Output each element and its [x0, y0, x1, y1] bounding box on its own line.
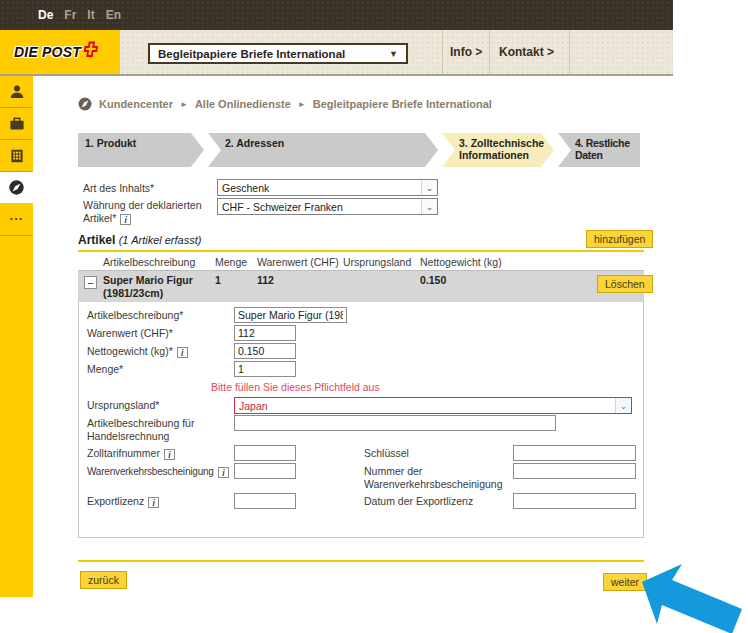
header-separator — [569, 30, 570, 74]
required-field-error: Bitte füllen Sie dieses Pflichtfeld aus — [211, 381, 380, 393]
col-nettogewicht: Nettogewicht (kg) — [420, 256, 502, 268]
breadcrumb-alle-onlinedienste[interactable]: Alle Onlinedienste — [195, 98, 291, 110]
breadcrumb: Kundencenter ► Alle Onlinedienste ► Begl… — [78, 96, 492, 112]
language-link-en[interactable]: En — [106, 8, 121, 22]
row-description: Super Mario Figur (1981/23cm) — [103, 274, 211, 300]
header-divider — [0, 74, 673, 76]
col-ursprungsland: Ursprungsland — [343, 256, 411, 268]
yellow-divider — [78, 250, 644, 252]
content-type-value: Geschenk — [218, 182, 421, 194]
ursprungsland-select[interactable]: Japan ⌄ — [234, 397, 632, 414]
warenverkehr-input[interactable] — [234, 463, 296, 479]
col-menge: Menge — [215, 256, 247, 268]
yellow-divider — [78, 560, 644, 562]
language-link-fr[interactable]: Fr — [64, 8, 76, 22]
ursprungsland-label: Ursprungsland* — [87, 399, 159, 412]
breadcrumb-current-page: Begleitpapiere Briefe International — [313, 98, 492, 110]
nettogewicht-label: Nettogewicht (kg)*i — [87, 345, 188, 358]
breadcrumb-separator-icon: ► — [298, 100, 306, 109]
chevron-down-icon: ⌄ — [615, 398, 631, 413]
delete-article-button[interactable]: Löschen — [597, 275, 653, 293]
info-icon[interactable]: i — [120, 214, 131, 225]
exportlizenz-datum-label: Datum der Exportlizenz — [364, 495, 512, 508]
header-separator — [442, 30, 443, 74]
kontakt-link[interactable]: Kontakt > — [499, 30, 554, 74]
warenwert-input[interactable] — [234, 325, 296, 341]
header-band: DIE POST Begleitpapiere Briefe Internati… — [0, 30, 673, 74]
warenverkehr-nummer-label: Nummer der Warenverkehrsbescheinigung — [364, 465, 512, 491]
handelsrechnung-input[interactable] — [234, 415, 556, 431]
articles-table-header: Artikelbeschreibung Menge Warenwert (CHF… — [78, 253, 644, 271]
row-warenwert: 112 — [257, 274, 274, 287]
sidebar-item-onlinedienste-active[interactable] — [0, 172, 33, 204]
article-summary-row: − Super Mario Figur (1981/23cm) 1 112 0.… — [78, 271, 644, 302]
articles-title: Artikel — [78, 233, 115, 247]
warenverkehr-label: Warenverkehrsbescheinigungi — [87, 465, 229, 478]
beschreibung-label: Artikelbeschreibung* — [87, 309, 183, 322]
post-customs-form-page: De Fr It En DIE POST Begleitpapiere Brie… — [0, 0, 748, 633]
row-menge: 1 — [215, 274, 221, 287]
articles-heading: Artikel (1 Artikel erfasst) — [78, 233, 201, 247]
menge-label: Menge* — [87, 363, 123, 376]
back-button[interactable]: zurück — [80, 571, 127, 589]
sidebar-item-person[interactable] — [0, 76, 33, 108]
content-type-select[interactable]: Geschenk ⌄ — [217, 179, 438, 196]
currency-value: CHF - Schweizer Franken — [218, 201, 421, 213]
header-separator — [489, 30, 490, 74]
col-artikelbeschreibung: Artikelbeschreibung — [103, 256, 195, 268]
step-2-adressen[interactable]: 2. Adressen — [208, 133, 438, 167]
swiss-post-cross-icon — [84, 41, 98, 57]
breadcrumb-separator-icon: ► — [180, 100, 188, 109]
breadcrumb-kundencenter[interactable]: Kundencenter — [99, 98, 173, 110]
building-icon — [9, 148, 25, 164]
die-post-logo-text: DIE POST — [14, 44, 81, 60]
beschreibung-input[interactable] — [234, 307, 347, 323]
step-4-restliche-daten[interactable]: 4. Restliche Daten — [558, 133, 640, 167]
article-detail-panel: Artikelbeschreibung* Warenwert (CHF)* Ne… — [78, 302, 644, 538]
dropdown-caret-icon: ▼ — [389, 49, 398, 59]
chevron-down-icon: ⌄ — [421, 180, 437, 195]
collapse-article-button[interactable]: − — [84, 276, 97, 289]
exportlizenz-input[interactable] — [234, 493, 296, 509]
sidebar-item-briefcase[interactable] — [0, 108, 33, 140]
ellipsis-icon: ... — [10, 213, 24, 226]
warenverkehr-nummer-input[interactable] — [513, 463, 636, 479]
sidebar-item-building[interactable] — [0, 140, 33, 172]
schluessel-input[interactable] — [513, 445, 636, 461]
info-link[interactable]: Info > — [450, 30, 482, 74]
person-icon — [9, 84, 25, 100]
info-icon[interactable]: i — [218, 467, 229, 478]
die-post-logo[interactable]: DIE POST — [0, 30, 120, 74]
service-dropdown[interactable]: Begleitpapiere Briefe International ▼ — [148, 43, 408, 64]
col-warenwert: Warenwert (CHF) — [257, 256, 339, 268]
compass-breadcrumb-icon — [78, 97, 92, 111]
compass-icon — [8, 179, 25, 196]
add-article-button[interactable]: hinzufügen — [586, 230, 653, 248]
info-icon[interactable]: i — [164, 449, 175, 460]
currency-label: Währung der deklarierten Artikel*i — [83, 199, 213, 225]
zolltarifnummer-input[interactable] — [234, 445, 296, 461]
step-1-produkt[interactable]: 1. Produkt — [78, 133, 204, 167]
nettogewicht-input[interactable] — [234, 343, 296, 359]
top-language-bar: De Fr It En — [0, 0, 673, 30]
sidebar-item-more[interactable]: ... — [0, 204, 33, 236]
exportlizenz-label: Exportlizenzi — [87, 495, 159, 508]
language-link-it[interactable]: It — [87, 8, 94, 22]
annotation-arrow-icon — [620, 552, 748, 633]
exportlizenz-datum-input[interactable] — [513, 493, 636, 509]
schluessel-label: Schlüssel — [364, 447, 512, 460]
wizard-step-bar: 1. Produkt 2. Adressen 3. Zolltechnische… — [78, 133, 644, 167]
row-nettogewicht: 0.150 — [420, 274, 446, 287]
content-type-label: Art des Inhalts* — [83, 182, 154, 195]
step-3-zolltechnische-informationen[interactable]: 3. Zolltechnische Informationen — [442, 133, 554, 167]
menge-input[interactable] — [234, 361, 296, 377]
next-button[interactable]: weiter — [603, 573, 647, 591]
warenwert-label: Warenwert (CHF)* — [87, 327, 173, 340]
currency-select[interactable]: CHF - Schweizer Franken ⌄ — [217, 198, 438, 215]
info-icon[interactable]: i — [177, 347, 188, 358]
info-icon[interactable]: i — [148, 497, 159, 508]
briefcase-icon — [9, 116, 25, 132]
articles-count-note: (1 Artikel erfasst) — [119, 234, 202, 246]
ursprungsland-value: Japan — [235, 400, 615, 412]
language-link-de[interactable]: De — [38, 8, 53, 22]
